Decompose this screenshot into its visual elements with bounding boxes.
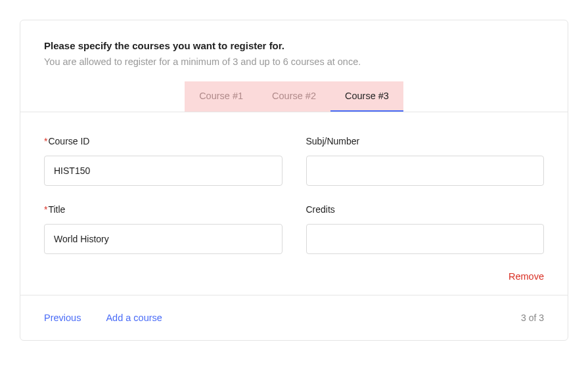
form-grid: *Course ID Subj/Number *Title Credits	[44, 136, 544, 254]
footer-count: 3 of 3	[521, 313, 544, 323]
input-credits[interactable]	[306, 224, 545, 254]
field-course-id: *Course ID	[44, 136, 283, 186]
card-footer: Previous Add a course 3 of 3	[20, 295, 568, 340]
label-title-text: Title	[48, 204, 65, 215]
field-title: *Title	[44, 204, 283, 254]
previous-button[interactable]: Previous	[44, 313, 81, 323]
field-subj-number: Subj/Number	[306, 136, 545, 186]
label-credits: Credits	[306, 204, 545, 215]
input-course-id[interactable]	[44, 156, 283, 186]
tab-course-2[interactable]: Course #2	[258, 81, 330, 112]
input-title[interactable]	[44, 224, 283, 254]
remove-row: Remove	[44, 271, 544, 282]
page-subheading: You are allowed to register for a minimu…	[44, 56, 544, 67]
tab-course-1[interactable]: Course #1	[185, 81, 258, 112]
required-asterisk: *	[44, 204, 47, 215]
label-subj-number: Subj/Number	[306, 136, 545, 146]
registration-card: Please specify the courses you want to r…	[20, 20, 568, 341]
field-credits: Credits	[306, 204, 545, 254]
label-course-id: *Course ID	[44, 136, 283, 146]
required-asterisk: *	[44, 136, 47, 146]
tab-course-3[interactable]: Course #3	[330, 81, 403, 112]
page-heading: Please specify the courses you want to r…	[44, 40, 544, 51]
label-course-id-text: Course ID	[48, 136, 89, 146]
add-course-button[interactable]: Add a course	[106, 313, 162, 323]
footer-left: Previous Add a course	[44, 313, 162, 323]
card-body: *Course ID Subj/Number *Title Credits Re…	[20, 112, 568, 295]
card-header: Please specify the courses you want to r…	[20, 20, 568, 112]
input-subj-number[interactable]	[306, 156, 545, 186]
remove-button[interactable]: Remove	[509, 271, 544, 282]
tabs: Course #1 Course #2 Course #3	[44, 81, 544, 112]
label-title: *Title	[44, 204, 283, 215]
